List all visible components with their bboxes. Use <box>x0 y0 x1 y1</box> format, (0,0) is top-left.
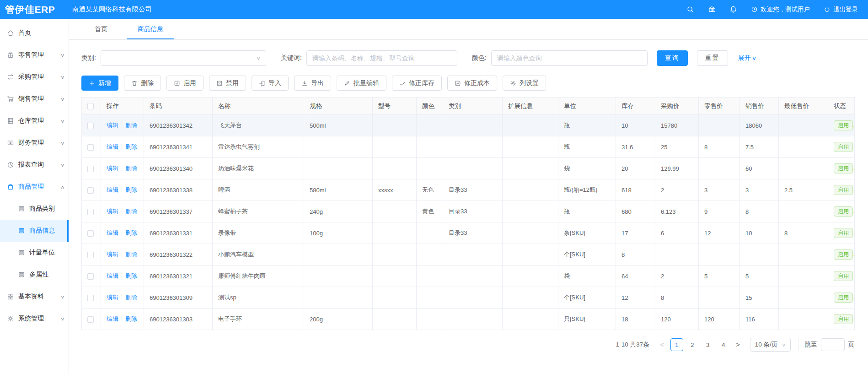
sidebar-item-retail-mgmt[interactable]: 零售管理 ∨ <box>0 44 69 66</box>
edit-link[interactable]: 编辑 <box>107 229 118 236</box>
enable-button[interactable]: 启用 <box>166 76 204 91</box>
link-divider <box>122 316 122 321</box>
sidebar-item-sales-mgmt[interactable]: 销售管理 ∨ <box>0 88 69 110</box>
page-number[interactable]: 4 <box>717 338 730 351</box>
sidebar-item-product-info[interactable]: 商品信息 <box>0 220 69 242</box>
row-checkbox[interactable] <box>87 209 94 215</box>
search-button[interactable]: 查询 <box>657 50 688 66</box>
sidebar-item-home[interactable]: 首页 <box>0 22 69 44</box>
edit-link[interactable]: 编辑 <box>107 165 118 172</box>
cell-color <box>417 266 443 287</box>
batch-edit-button[interactable]: 批量编辑 <box>337 76 386 91</box>
cell-min-price <box>779 201 828 222</box>
welcome-user-menu[interactable]: 欢迎您，测试用户 <box>751 5 810 14</box>
row-checkbox[interactable] <box>87 144 94 151</box>
row-checkbox[interactable] <box>87 166 94 172</box>
sidebar-item-finance-mgmt[interactable]: 财务管理 ∨ <box>0 132 69 154</box>
search-button[interactable] <box>686 5 694 13</box>
logout-button[interactable]: 退出登录 <box>824 5 858 14</box>
column-settings-button[interactable]: 列设置 <box>503 76 546 91</box>
row-checkbox[interactable] <box>87 252 94 258</box>
jump-page-input[interactable] <box>821 338 845 351</box>
page-number[interactable]: 3 <box>702 338 714 351</box>
export-button[interactable]: 导出 <box>294 76 331 91</box>
add-button[interactable]: 新增 <box>81 76 118 91</box>
chevron-down-icon: ∨ <box>782 342 786 347</box>
keyword-input[interactable] <box>306 50 457 66</box>
row-checkbox[interactable] <box>87 187 94 194</box>
page-number[interactable]: 2 <box>686 338 699 351</box>
delete-link[interactable]: 删除 <box>125 122 137 129</box>
trash-icon <box>131 80 138 87</box>
sidebar-nav: 首页 零售管理 ∨ 采购管理 ∨ 销售管理 ∨ <box>0 19 69 374</box>
delete-link[interactable]: 删除 <box>125 143 137 150</box>
row-checkbox[interactable] <box>87 273 94 280</box>
expand-link[interactable]: 展开 ∨ <box>738 54 756 62</box>
chevron-down-icon: ∨ <box>751 55 756 61</box>
row-checkbox[interactable] <box>87 316 94 323</box>
notifications-button[interactable] <box>729 5 737 13</box>
tab-home[interactable]: 首页 <box>90 19 112 39</box>
delete-link[interactable]: 删除 <box>125 186 137 193</box>
cell-barcode: 6901236301337 <box>144 201 213 222</box>
color-input[interactable] <box>491 50 648 66</box>
category-select[interactable]: ∨ <box>101 50 266 66</box>
edit-link[interactable]: 编辑 <box>107 294 118 301</box>
page-size-select[interactable]: 10 条/页 ∨ <box>750 338 791 352</box>
edit-link[interactable]: 编辑 <box>107 143 118 150</box>
delete-link[interactable]: 删除 <box>125 251 137 258</box>
row-checkbox[interactable] <box>87 230 94 237</box>
next-page-button[interactable]: > <box>733 338 744 351</box>
cell-checkbox <box>82 136 101 158</box>
edit-link[interactable]: 编辑 <box>107 186 118 193</box>
edit-link[interactable]: 编辑 <box>107 272 118 279</box>
cell-min-price <box>779 266 828 287</box>
sidebar-item-purchase-mgmt[interactable]: 采购管理 ∨ <box>0 66 69 88</box>
row-checkbox[interactable] <box>87 295 94 301</box>
sidebar-item-basic-data[interactable]: 基本资料 ∨ <box>0 286 69 308</box>
tab-product-info[interactable]: 商品信息 <box>133 19 168 39</box>
column-header: 采购价 <box>655 98 699 115</box>
delete-link[interactable]: 删除 <box>125 165 137 172</box>
column-header: 销售价 <box>740 98 779 115</box>
adjust-cost-button[interactable]: 修正成本 <box>447 76 497 91</box>
delete-link[interactable]: 删除 <box>125 208 137 215</box>
prev-page-button[interactable]: < <box>657 338 668 351</box>
cell-ext-info <box>503 222 558 244</box>
sidebar-item-system-mgmt[interactable]: 系统管理 ∨ <box>0 308 69 330</box>
adjust-stock-button[interactable]: 修正库存 <box>392 76 442 91</box>
cell-name: 奶油味爆米花 <box>213 158 304 179</box>
page-number[interactable]: 1 <box>670 338 683 351</box>
edit-link[interactable]: 编辑 <box>107 315 118 322</box>
row-checkbox[interactable] <box>87 123 94 129</box>
table-row: 编辑删除 6901236301342 飞天茅台 500ml 瓶 10 <box>82 115 855 136</box>
edit-link[interactable]: 编辑 <box>107 122 118 129</box>
cell-checkbox <box>82 158 101 179</box>
cell-unit: 条[SKU] <box>558 222 616 244</box>
select-all-checkbox[interactable] <box>87 103 94 109</box>
delete-link[interactable]: 删除 <box>125 272 137 279</box>
delete-link[interactable]: 删除 <box>125 294 137 301</box>
home-portal-button[interactable] <box>708 5 716 13</box>
sidebar-item-multi-attribute[interactable]: 多属性 <box>0 264 69 286</box>
cell-spec: 580ml <box>304 179 373 201</box>
delete-link[interactable]: 删除 <box>125 229 137 236</box>
reset-button[interactable]: 重置 <box>697 50 728 66</box>
delete-link[interactable]: 删除 <box>125 315 137 322</box>
sidebar-item-warehouse-mgmt[interactable]: 仓库管理 ∨ <box>0 110 69 132</box>
import-button[interactable]: 导入 <box>252 76 289 91</box>
cell-barcode: 6901236301342 <box>144 115 213 136</box>
delete-button[interactable]: 删除 <box>124 76 161 91</box>
sidebar-item-report-query[interactable]: 报表查询 ∨ <box>0 154 69 176</box>
cell-color <box>417 222 443 244</box>
sidebar-item-product-category[interactable]: 商品类别 <box>0 198 69 220</box>
disable-button[interactable]: 禁用 <box>209 76 246 91</box>
edit-link[interactable]: 编辑 <box>107 251 118 258</box>
adjust-cost-icon <box>455 80 461 87</box>
sidebar-item-measure-unit[interactable]: 计量单位 <box>0 242 69 264</box>
cell-spec <box>304 158 373 179</box>
sidebar-item-label: 商品管理 <box>18 183 44 191</box>
sidebar-item-product-mgmt[interactable]: 商品管理 ∧ <box>0 176 69 198</box>
cell-unit: 个[SKU] <box>558 244 616 266</box>
edit-link[interactable]: 编辑 <box>107 208 118 215</box>
